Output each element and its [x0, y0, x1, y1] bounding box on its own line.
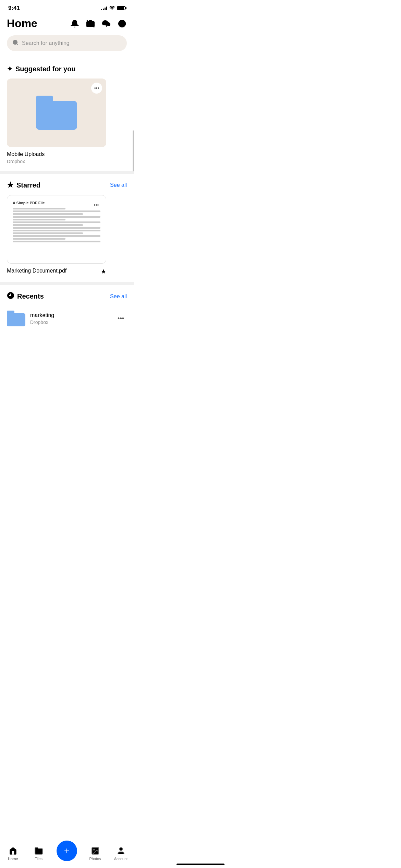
pdf-preview: A Simple PDF File — [13, 201, 100, 242]
header-action-icons — [70, 19, 127, 28]
svg-point-6 — [120, 24, 121, 25]
recent-item-subtitle: Dropbox — [30, 320, 110, 325]
starred-pdf-card[interactable]: ••• A Simple PDF File — [7, 195, 106, 275]
card-subtitle: Dropbox — [7, 159, 106, 164]
search-bar[interactable]: Search for anything — [7, 35, 127, 51]
svg-point-5 — [123, 22, 124, 23]
pdf-file-name: Marketing Document.pdf — [7, 268, 66, 274]
folder-card-background: ••• — [7, 79, 106, 147]
recents-header: Recents See all — [7, 292, 127, 301]
signal-bars-icon — [101, 6, 107, 10]
starred-see-all-link[interactable]: See all — [110, 182, 127, 188]
recents-section: Recents See all marketing Dropbox ••• — [0, 285, 134, 330]
starred-title: ★ Starred — [7, 181, 40, 190]
card-more-button[interactable]: ••• — [91, 83, 102, 94]
pdf-card-background: ••• A Simple PDF File — [7, 195, 106, 264]
pdf-name-row: Marketing Document.pdf ★ — [7, 268, 106, 275]
card-name: Mobile Uploads — [7, 151, 106, 157]
recent-item-name: marketing — [30, 312, 110, 318]
status-icons — [101, 5, 125, 11]
camera-off-icon[interactable] — [86, 19, 95, 28]
star-filled-icon: ★ — [7, 181, 14, 190]
search-placeholder: Search for anything — [22, 40, 70, 46]
clock-icon — [7, 292, 14, 301]
sparkle-icon: ✦ — [7, 65, 13, 73]
svg-point-7 — [13, 40, 17, 44]
svg-point-4 — [120, 22, 121, 23]
section-divider-2 — [0, 282, 134, 285]
recent-folder-icon — [7, 311, 25, 326]
page-header: Home — [0, 14, 134, 34]
section-divider — [0, 171, 134, 174]
suggested-section: ✦ Suggested for you ••• Mobile Uploads D… — [0, 58, 134, 164]
svg-point-0 — [112, 9, 113, 10]
starred-section: ★ Starred See all ••• A Simple PDF File — [0, 174, 134, 275]
palette-icon[interactable] — [117, 19, 127, 28]
folder-icon-large — [36, 96, 77, 130]
recents-title: Recents — [7, 292, 44, 301]
status-bar: 9:41 — [0, 0, 134, 14]
pdf-title: A Simple PDF File — [13, 201, 100, 205]
page-title: Home — [7, 17, 37, 30]
svg-line-8 — [16, 44, 17, 45]
star-toggle-icon[interactable]: ★ — [101, 268, 106, 275]
recent-item-more-button[interactable]: ••• — [115, 314, 127, 324]
status-time: 9:41 — [8, 5, 20, 12]
upload-icon[interactable] — [101, 19, 111, 28]
wifi-icon — [109, 5, 115, 11]
recent-item[interactable]: marketing Dropbox ••• — [7, 306, 127, 330]
search-icon — [12, 39, 19, 47]
starred-header: ★ Starred See all — [7, 181, 127, 190]
suggested-card-mobile-uploads[interactable]: ••• Mobile Uploads Dropbox — [7, 79, 106, 164]
pdf-card-more-button[interactable]: ••• — [91, 200, 102, 210]
recents-see-all-link[interactable]: See all — [110, 293, 127, 300]
recent-item-info: marketing Dropbox — [30, 312, 110, 325]
suggested-title: ✦ Suggested for you — [7, 65, 76, 73]
pdf-text-preview — [13, 208, 100, 242]
search-container: Search for anything — [0, 34, 134, 58]
battery-icon — [117, 6, 125, 10]
scroll-indicator — [133, 130, 134, 171]
notifications-icon[interactable] — [70, 19, 80, 28]
suggested-header: ✦ Suggested for you — [7, 65, 127, 73]
